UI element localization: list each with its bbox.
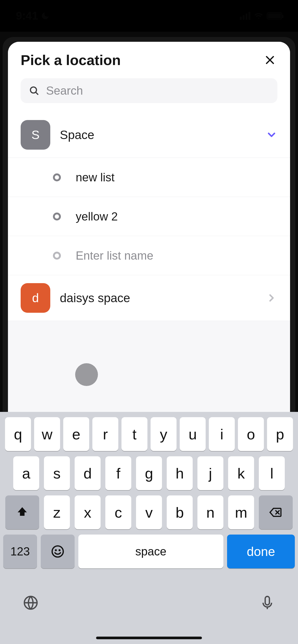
key-w[interactable]: w	[34, 417, 60, 451]
list-bullet-icon	[53, 252, 61, 260]
key-x[interactable]: x	[75, 495, 101, 529]
new-list-row[interactable]	[8, 236, 290, 275]
key-k[interactable]: k	[228, 456, 254, 490]
list-item-label: new list	[76, 171, 115, 184]
key-d[interactable]: d	[75, 456, 101, 490]
list-item[interactable]: new list	[8, 158, 290, 197]
key-u[interactable]: u	[180, 417, 206, 451]
list-item-label: yellow 2	[76, 210, 118, 223]
shift-key[interactable]	[5, 495, 39, 529]
shift-icon	[15, 505, 29, 519]
close-icon	[264, 54, 276, 66]
space-avatar: d	[21, 283, 50, 313]
onscreen-keyboard: qwertyuiop asdfghjkl zxcvbnm 123 space d…	[0, 412, 298, 644]
key-q[interactable]: q	[5, 417, 31, 451]
key-c[interactable]: c	[105, 495, 131, 529]
key-a[interactable]: a	[13, 456, 39, 490]
home-indicator[interactable]	[96, 637, 202, 639]
backspace-key[interactable]	[259, 495, 293, 529]
key-b[interactable]: b	[167, 495, 193, 529]
key-t[interactable]: t	[121, 417, 147, 451]
key-e[interactable]: e	[63, 417, 89, 451]
key-y[interactable]: y	[151, 417, 177, 451]
key-s[interactable]: s	[44, 456, 70, 490]
key-g[interactable]: g	[136, 456, 162, 490]
key-j[interactable]: j	[197, 456, 223, 490]
key-v[interactable]: v	[136, 495, 162, 529]
done-key[interactable]: done	[227, 535, 295, 568]
key-o[interactable]: o	[238, 417, 264, 451]
close-button[interactable]	[263, 53, 277, 67]
svg-point-3	[59, 550, 60, 551]
svg-rect-5	[265, 596, 269, 605]
touch-indicator	[75, 363, 98, 386]
globe-icon[interactable]	[22, 594, 39, 611]
search-field[interactable]	[21, 78, 277, 103]
space-avatar: S	[21, 120, 50, 150]
microphone-icon[interactable]	[259, 594, 276, 611]
svg-point-2	[56, 550, 56, 551]
numbers-key[interactable]: 123	[3, 535, 37, 568]
space-row-primary[interactable]: S Space	[8, 112, 290, 158]
space-title: Space	[60, 128, 266, 142]
svg-point-1	[52, 546, 63, 557]
chevron-right-icon	[266, 292, 277, 304]
space-row-secondary[interactable]: d daisys space	[8, 275, 290, 321]
backspace-icon	[269, 505, 283, 519]
key-m[interactable]: m	[228, 495, 254, 529]
emoji-icon	[50, 544, 65, 559]
key-r[interactable]: r	[92, 417, 118, 451]
chevron-down-icon	[266, 129, 277, 141]
key-i[interactable]: i	[209, 417, 235, 451]
list-bullet-icon	[53, 213, 61, 220]
key-z[interactable]: z	[44, 495, 70, 529]
key-f[interactable]: f	[105, 456, 131, 490]
new-list-name-input[interactable]	[76, 249, 277, 262]
key-l[interactable]: l	[259, 456, 285, 490]
space-key[interactable]: space	[78, 535, 223, 568]
search-input[interactable]	[46, 84, 269, 97]
sheet-title: Pick a location	[21, 52, 121, 68]
search-icon	[29, 85, 40, 96]
key-p[interactable]: p	[267, 417, 293, 451]
key-n[interactable]: n	[197, 495, 223, 529]
space-title: daisys space	[60, 291, 266, 305]
list-item[interactable]: yellow 2	[8, 197, 290, 236]
list-bullet-icon	[53, 173, 61, 181]
emoji-key[interactable]	[41, 535, 75, 568]
key-h[interactable]: h	[167, 456, 193, 490]
